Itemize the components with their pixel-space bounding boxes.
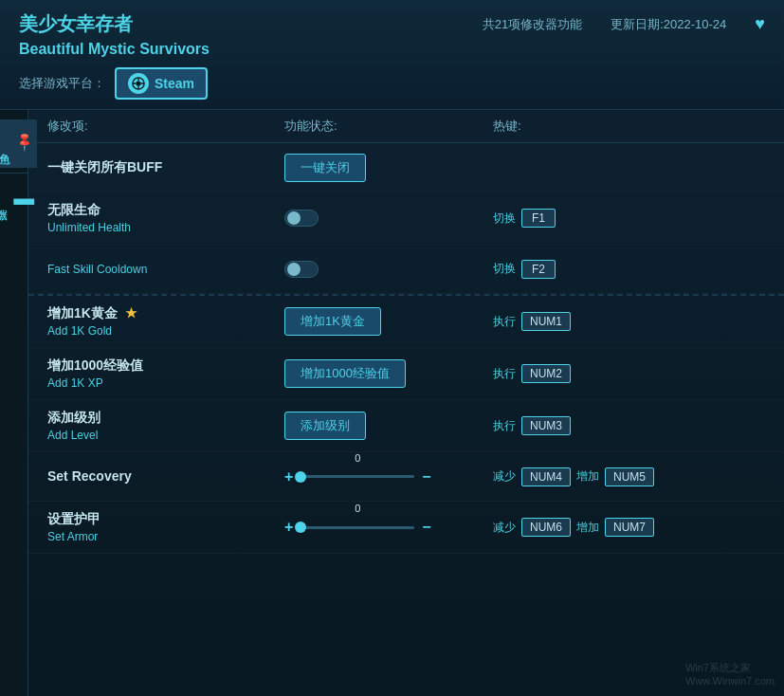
- add-xp-name-col: 增加1000经验值 Add 1K XP: [47, 357, 284, 390]
- set-recovery-increase-label: 增加: [576, 468, 599, 485]
- fast-skill-name-col: Fast Skill Cooldown: [47, 263, 284, 276]
- tab-divider-1: [0, 173, 27, 174]
- toggle-knob: [287, 211, 301, 225]
- set-recovery-decrease-key[interactable]: NUM4: [521, 467, 571, 486]
- set-recovery-slider-col: + 0 −: [284, 467, 493, 486]
- bar-chart-icon: ▐: [14, 192, 34, 205]
- feature-row-add-gold: 增加1K黄金 ★ Add 1K Gold 增加1K黄金 执行 NUM1: [28, 296, 784, 348]
- set-recovery-name-col: Set Recovery: [47, 468, 284, 485]
- sidebar: 📌 角色 ▐ 数据: [0, 110, 28, 696]
- add-level-name-en: Add Level: [47, 429, 284, 442]
- sidebar-tab-character[interactable]: 📌 角色: [0, 119, 37, 168]
- sidebar-tab-data[interactable]: ▐ 数据: [0, 178, 39, 223]
- add-gold-name-en: Add 1K Gold: [47, 324, 284, 338]
- steam-icon: [128, 73, 149, 94]
- add-gold-hotkey-key[interactable]: NUM1: [521, 312, 571, 331]
- set-recovery-plus[interactable]: +: [284, 468, 293, 485]
- add-gold-hotkey-label: 执行: [493, 314, 516, 330]
- feature-row-set-armor: 设置护甲 Set Armor + 0 − 减少: [28, 502, 784, 554]
- add-xp-hotkey-label: 执行: [493, 366, 516, 382]
- unlimited-health-name-en: Unlimited Health: [47, 221, 284, 234]
- set-recovery-thumb[interactable]: [295, 471, 306, 483]
- close-buff-button[interactable]: 一键关闭: [284, 154, 366, 182]
- add-xp-name-cn: 增加1000经验值: [47, 357, 284, 375]
- add-gold-name-cn: 增加1K黄金 ★: [47, 305, 284, 322]
- platform-label: 选择游戏平台：: [19, 75, 105, 92]
- close-buff-name-cn: 一键关闭所有BUFF: [47, 159, 284, 176]
- add-gold-button[interactable]: 增加1K黄金: [284, 307, 381, 336]
- star-icon: ★: [125, 305, 137, 321]
- feature-row-add-level: 添加级别 Add Level 添加级别 执行 NUM3: [28, 400, 784, 452]
- set-recovery-track: [301, 475, 414, 478]
- add-xp-hotkey-key[interactable]: NUM2: [521, 364, 571, 383]
- close-buff-btn-col: 一键关闭: [284, 154, 493, 182]
- add-level-button[interactable]: 添加级别: [284, 412, 366, 440]
- add-xp-button[interactable]: 增加1000经验值: [284, 359, 406, 388]
- feature-row-set-recovery: Set Recovery + 0 − 减少 N: [28, 452, 784, 502]
- unlimited-health-hotkey-key[interactable]: F1: [521, 209, 556, 228]
- set-armor-track: [301, 526, 414, 529]
- toggle-knob-2: [287, 263, 301, 276]
- fast-skill-hotkey-key[interactable]: F2: [521, 260, 556, 279]
- header: 美少女幸存者 共21项修改器功能 更新日期:2022-10-24 ♥ Beaut…: [0, 0, 784, 110]
- fast-skill-toggle[interactable]: [284, 261, 319, 278]
- set-armor-name-col: 设置护甲 Set Armor: [47, 511, 284, 543]
- fast-skill-toggle-col: [284, 261, 493, 278]
- add-level-hotkey-col: 执行 NUM3: [493, 416, 765, 435]
- feature-row-unlimited-health: 无限生命 Unlimited Health 切换 F1: [28, 192, 784, 245]
- mod-count: 共21项修改器功能: [483, 16, 582, 33]
- add-gold-hotkey-col: 执行 NUM1: [493, 312, 765, 331]
- pin-icon: 📌: [13, 131, 35, 153]
- feature-row-add-xp: 增加1000经验值 Add 1K XP 增加1000经验值 执行 NUM2: [28, 348, 784, 400]
- add-level-hotkey-key[interactable]: NUM3: [521, 416, 571, 435]
- col-hotkey: 热键:: [493, 118, 765, 135]
- add-level-hotkey-label: 执行: [493, 418, 516, 434]
- steam-platform-button[interactable]: Steam: [115, 67, 208, 100]
- update-date: 更新日期:2022-10-24: [611, 16, 726, 33]
- unlimited-health-name-cn: 无限生命: [47, 202, 284, 219]
- game-title-en: Beautiful Mystic Survivors: [19, 41, 765, 58]
- set-armor-slider-col: + 0 −: [284, 518, 493, 537]
- fast-skill-name-en: Fast Skill Cooldown: [47, 263, 284, 276]
- game-title-cn: 美少女幸存者: [19, 11, 133, 37]
- add-level-name-col: 添加级别 Add Level: [47, 410, 284, 442]
- unlimited-health-toggle[interactable]: [284, 210, 319, 227]
- set-armor-hotkey-col: 减少 NUM6 增加 NUM7: [493, 518, 765, 537]
- fast-skill-hotkey-col: 切换 F2: [493, 260, 765, 279]
- set-armor-minus[interactable]: −: [422, 519, 430, 536]
- main-content: 📌 角色 ▐ 数据 修改项: 功能状态: 热键: 一键关闭所有BUFF: [0, 110, 784, 696]
- add-gold-btn-col: 增加1K黄金: [284, 307, 493, 336]
- set-armor-decrease-key[interactable]: NUM6: [521, 518, 571, 537]
- set-recovery-minus[interactable]: −: [422, 468, 430, 485]
- set-recovery-value: 0: [355, 452, 360, 464]
- svg-point-1: [136, 81, 140, 85]
- set-recovery-slider-container: 0: [301, 467, 414, 486]
- platform-row: 选择游戏平台： Steam: [19, 67, 765, 100]
- set-armor-increase-key[interactable]: NUM7: [605, 518, 654, 537]
- add-level-name-cn: 添加级别: [47, 410, 284, 427]
- set-armor-slider-container: 0: [301, 518, 414, 537]
- col-func-status: 功能状态:: [284, 118, 493, 135]
- favorite-icon[interactable]: ♥: [755, 14, 765, 34]
- feature-row-fast-skill-cooldown: Fast Skill Cooldown 切换 F2: [28, 245, 784, 294]
- close-buff-row: 一键关闭所有BUFF 一键关闭: [28, 143, 784, 192]
- steam-label: Steam: [155, 76, 194, 91]
- set-recovery-name-cn: Set Recovery: [47, 468, 284, 484]
- section-header: 修改项: 功能状态: 热键:: [28, 110, 784, 143]
- add-gold-name-col: 增加1K黄金 ★ Add 1K Gold: [47, 305, 284, 338]
- set-armor-name-en: Set Armor: [47, 530, 284, 543]
- unlimited-health-toggle-col: [284, 210, 493, 227]
- close-buff-name-col: 一键关闭所有BUFF: [47, 159, 284, 176]
- set-armor-plus[interactable]: +: [284, 519, 293, 536]
- fast-skill-hotkey-label: 切换: [493, 261, 516, 277]
- add-xp-hotkey-col: 执行 NUM2: [493, 364, 765, 383]
- unlimited-health-name-col: 无限生命 Unlimited Health: [47, 202, 284, 234]
- content-panel: 修改项: 功能状态: 热键: 一键关闭所有BUFF 一键关闭 无限生命 Unl: [28, 110, 784, 696]
- set-recovery-increase-key[interactable]: NUM5: [605, 467, 654, 486]
- set-armor-increase-label: 增加: [576, 520, 599, 536]
- unlimited-health-hotkey-label: 切换: [493, 211, 516, 227]
- set-armor-value: 0: [355, 503, 360, 514]
- set-armor-decrease-label: 减少: [493, 520, 516, 536]
- set-armor-thumb[interactable]: [295, 522, 306, 533]
- set-armor-name-cn: 设置护甲: [47, 511, 284, 528]
